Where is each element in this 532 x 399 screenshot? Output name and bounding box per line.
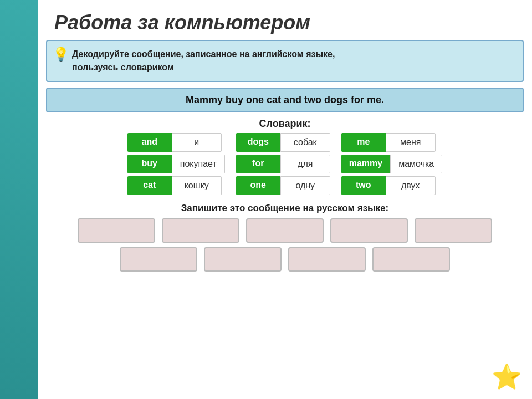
dict-row: me меня (341, 133, 443, 152)
dict-column-3: me меня mammy мамочка two двух (341, 133, 443, 195)
write-input-5[interactable] (415, 218, 492, 243)
dict-value: одну (280, 176, 330, 195)
instruction-text: Декодируйте сообщение, записанное на анг… (72, 48, 514, 74)
write-row-2 (46, 247, 524, 272)
write-input-2[interactable] (162, 218, 239, 243)
title-area: Работа за компьютером (38, 0, 532, 40)
dict-key: and (127, 133, 172, 152)
dict-row: dogs собак (236, 133, 330, 152)
dict-key: cat (127, 176, 172, 195)
page-wrapper: Работа за компьютером 💡 Декодируйте сооб… (0, 0, 532, 399)
dict-key: me (341, 133, 386, 152)
dict-key: one (236, 176, 280, 195)
dict-row: two двух (341, 176, 443, 195)
main-content: Работа за компьютером 💡 Декодируйте сооб… (38, 0, 532, 399)
bulb-icon: 💡 (53, 47, 69, 62)
dict-value: кошку (172, 176, 222, 195)
dict-column-2: dogs собак for для one одну (236, 133, 330, 195)
dict-row: and и (127, 133, 225, 152)
dict-row: for для (236, 155, 330, 173)
dict-column-1: and и buy покупает cat кошку (127, 133, 225, 195)
sentence-box: Mammy buy one cat and two dogs for me. (46, 88, 524, 112)
dict-row: buy покупает (127, 155, 225, 173)
write-input-4[interactable] (330, 218, 408, 243)
dict-key: two (341, 176, 386, 195)
dict-key: for (236, 155, 280, 173)
write-input-3[interactable] (246, 218, 324, 243)
dict-key: dogs (236, 133, 280, 152)
dict-value: покупает (172, 155, 225, 173)
dictionary-label: Словарик: (38, 118, 532, 130)
dictionary-grid: and и buy покупает cat кошку dogs собак (46, 133, 524, 195)
page-title: Работа за компьютером (54, 11, 515, 34)
dict-value: двух (386, 176, 436, 195)
sentence-text: Mammy buy one cat and two dogs for me. (186, 94, 384, 105)
instruction-box: 💡 Декодируйте сообщение, записанное на а… (46, 40, 524, 82)
dict-row: one одну (236, 176, 330, 195)
write-row-1 (46, 218, 524, 243)
write-input-8[interactable] (288, 247, 366, 272)
write-input-7[interactable] (204, 247, 282, 272)
write-input-9[interactable] (372, 247, 450, 272)
dict-value: мамочка (390, 155, 442, 173)
dict-value: меня (386, 133, 436, 152)
write-label: Запишите это сообщение на русском языке: (38, 203, 532, 214)
left-bar (0, 0, 38, 399)
write-input-6[interactable] (120, 247, 197, 272)
dict-key: buy (127, 155, 172, 173)
dict-value: для (280, 155, 330, 173)
dict-row: cat кошку (127, 176, 225, 195)
dict-row: mammy мамочка (341, 155, 443, 173)
star-decoration: ⭐ (492, 365, 522, 389)
write-input-1[interactable] (78, 218, 155, 243)
dict-key: mammy (341, 155, 390, 173)
dict-value: собак (280, 133, 330, 152)
dict-value: и (172, 133, 222, 152)
